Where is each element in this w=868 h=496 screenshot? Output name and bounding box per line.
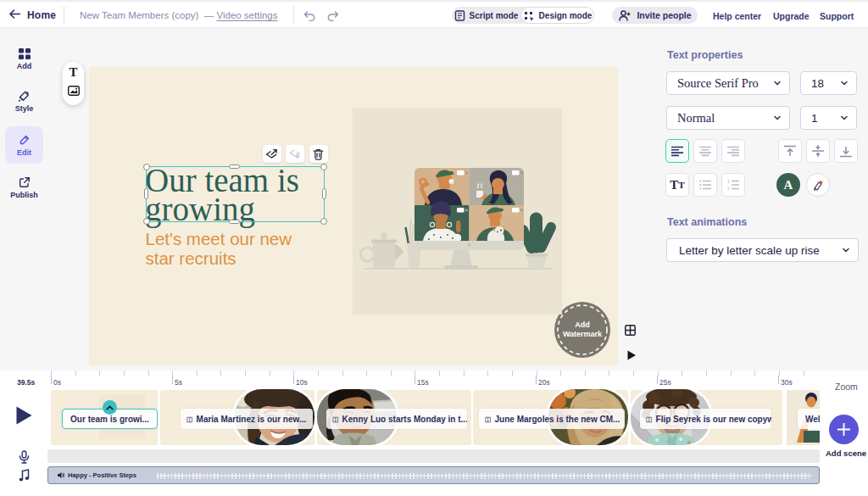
svg-text:1: 1: [727, 180, 730, 184]
svg-text:2: 2: [727, 186, 730, 190]
